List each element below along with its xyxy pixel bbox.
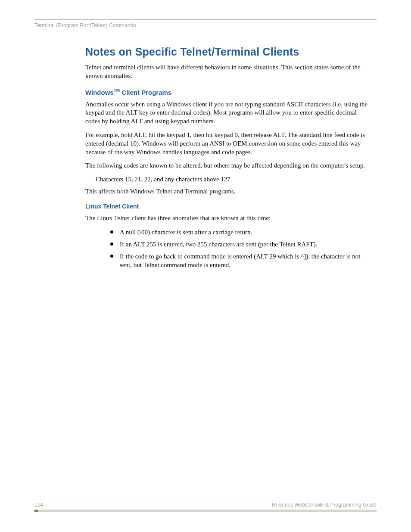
windows-heading-prefix: Windows [85,89,114,96]
list-item: If an ALT 255 is entered, two 255 charac… [110,240,372,249]
page-content: Notes on Specific Telnet/Terminal Client… [85,46,372,270]
windows-p1: Anomalies occur when using a Windows cli… [85,100,372,126]
windows-heading: WindowsTM Client Programs [85,88,372,96]
windows-p2: For example, hold ALT, hit the keypad 1,… [85,131,372,156]
running-header: Terminal (Program Port/Telnet) Commands [34,22,377,28]
page-footer: 114 NI Series WebConsole & Programming G… [34,502,377,512]
linux-heading: Linux Telnet Client [85,203,372,210]
document-page: Terminal (Program Port/Telnet) Commands … [0,0,411,532]
header-rule [34,19,377,20]
linux-intro: The Linux Telnet client has three anomal… [85,214,372,223]
list-item: A null (\00) character is sent after a c… [110,228,372,236]
windows-heading-suffix: Client Programs [120,89,171,96]
section-title: Notes on Specific Telnet/Terminal Client… [85,46,372,58]
footer-line: 114 NI Series WebConsole & Programming G… [34,502,377,508]
linux-bullet-list: A null (\00) character is sent after a c… [110,228,372,270]
footer-doc-title: NI Series WebConsole & Programming Guide [272,502,377,508]
windows-indent: Characters 15, 21, 22, and any character… [96,175,372,184]
windows-p3: The following codes are known to be alte… [85,162,372,170]
footer-bar [34,510,377,512]
page-number: 114 [34,502,43,508]
windows-heading-sup: TM [114,88,120,93]
windows-p4: This affects both Windows Telnet and Ter… [85,187,372,196]
list-item: If the code to go back to command mode i… [110,252,372,270]
intro-paragraph: Telnet and terminal clients will have di… [85,63,372,81]
